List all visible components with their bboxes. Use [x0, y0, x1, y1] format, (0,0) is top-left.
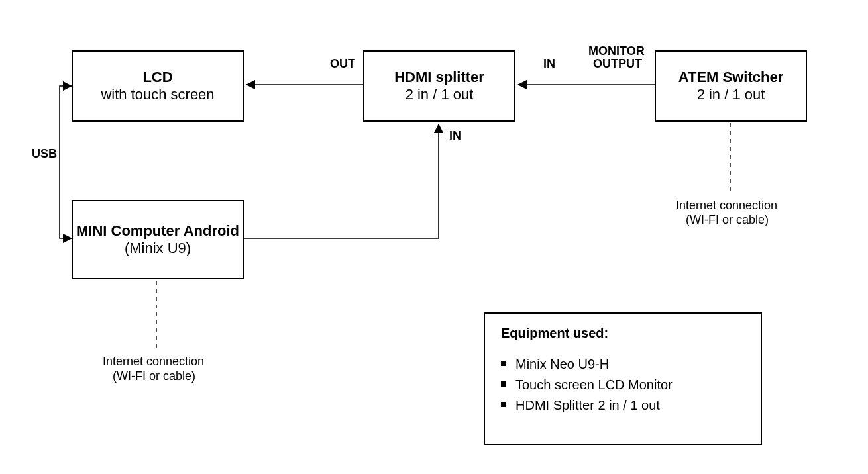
node-atem: ATEM Switcher 2 in / 1 out [655, 50, 807, 122]
mini-internet-line1: Internet connection [103, 355, 204, 369]
atem-internet-line1: Internet connection [676, 199, 777, 213]
equipment-panel: Equipment used: Minix Neo U9-H Touch scr… [484, 312, 762, 445]
node-mini: MINI Computer Android (Minix U9) [72, 200, 244, 279]
node-lcd-title: LCD [142, 69, 172, 86]
label-in-top: IN [543, 57, 555, 71]
node-splitter: HDMI splitter 2 in / 1 out [363, 50, 515, 122]
node-atem-sub: 2 in / 1 out [697, 86, 765, 103]
equipment-item: Minix Neo U9-H [501, 354, 745, 375]
node-lcd-sub: with touch screen [101, 86, 214, 103]
label-monitor1: MONITOR [588, 44, 645, 58]
mini-internet-line2: (WI-FI or cable) [113, 369, 195, 383]
edge-usb-lcd-mini [60, 86, 72, 238]
label-in-bottom: IN [449, 129, 461, 143]
atem-internet-line2: (WI-FI or cable) [686, 213, 769, 227]
equipment-item: HDMI Splitter 2 in / 1 out [501, 395, 745, 416]
equipment-header: Equipment used: [501, 326, 745, 341]
equipment-item: Touch screen LCD Monitor [501, 375, 745, 395]
node-atem-title: ATEM Switcher [678, 69, 784, 86]
diagram-canvas: { "nodes": { "lcd": { "title": "LCD", "s… [0, 0, 868, 474]
label-usb: USB [32, 147, 57, 161]
label-monitor2: OUTPUT [593, 57, 642, 71]
node-mini-title: MINI Computer Android [76, 222, 239, 240]
node-lcd: LCD with touch screen [72, 50, 244, 122]
node-mini-sub: (Minix U9) [125, 240, 191, 257]
label-out: OUT [330, 57, 355, 71]
edge-mini-to-splitter [244, 124, 439, 238]
equipment-list: Minix Neo U9-H Touch screen LCD Monitor … [501, 354, 745, 416]
node-splitter-sub: 2 in / 1 out [406, 86, 474, 103]
node-splitter-title: HDMI splitter [394, 69, 484, 86]
